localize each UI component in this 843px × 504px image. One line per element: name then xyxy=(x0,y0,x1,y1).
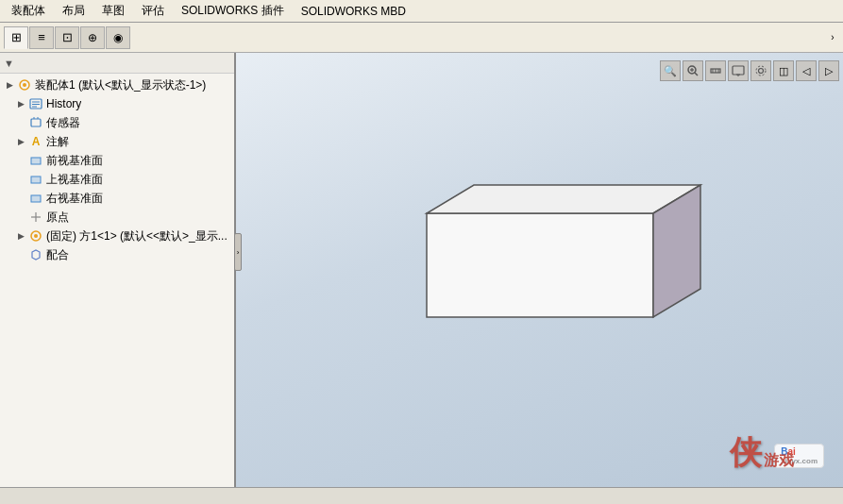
toolbar-tab-evaluate[interactable]: ⊕ xyxy=(80,26,105,49)
root-label: 装配体1 (默认<默认_显示状态-1>) xyxy=(35,77,206,93)
viewport-btn-search[interactable]: 🔍 xyxy=(660,60,681,81)
menu-bar: 装配体 布局 草图 评估 SOLIDWORKS 插件 SOLIDWORKS MB… xyxy=(0,0,843,23)
front-plane-icon xyxy=(28,153,43,168)
top-plane-label: 上视基准面 xyxy=(46,172,103,188)
viewport-btn-display[interactable] xyxy=(728,60,749,81)
left-panel: ▼ ▶ 装配体1 (默认<默认_显示状态-1>) ▶ xyxy=(0,53,236,487)
panel-collapse-handle[interactable]: › xyxy=(234,233,242,271)
watermark-sub-char: 游戏 xyxy=(764,453,794,468)
viewport-btn-back[interactable]: ◁ xyxy=(796,60,817,81)
feature-tree: ▶ 装配体1 (默认<默认_显示状态-1>) ▶ xyxy=(0,74,234,487)
3d-box xyxy=(351,166,748,355)
assembly-icon xyxy=(17,77,32,92)
3d-viewport[interactable]: 🔍 xyxy=(236,53,843,487)
svg-rect-11 xyxy=(31,195,41,202)
svg-marker-29 xyxy=(427,213,653,317)
menu-item-layout[interactable]: 布局 xyxy=(55,1,93,21)
part1-label: (固定) 方1<1> (默认<<默认>_显示... xyxy=(46,228,228,244)
svg-point-1 xyxy=(23,83,26,87)
expand-notes[interactable]: ▶ xyxy=(15,136,26,147)
origin-icon xyxy=(28,210,43,225)
toolbar-row: ⊞ ≡ ⊡ ⊕ ◉ › xyxy=(0,23,843,53)
viewport-btn-zoom[interactable] xyxy=(683,60,703,81)
menu-item-assembly[interactable]: 装配体 xyxy=(4,1,53,21)
toolbar-tab-sketch[interactable]: ⊡ xyxy=(55,26,79,49)
tree-item-origin[interactable]: ▶ 原点 xyxy=(0,208,234,227)
svg-line-17 xyxy=(695,73,698,76)
viewport-btn-view[interactable]: ◫ xyxy=(773,60,794,81)
tree-item-history[interactable]: ▶ History xyxy=(0,94,234,113)
expand-history[interactable]: ▶ xyxy=(15,98,26,109)
history-icon xyxy=(28,96,43,111)
menu-item-sketch[interactable]: 草图 xyxy=(94,1,132,21)
tree-item-notes[interactable]: ▶ A 注解 xyxy=(0,132,234,151)
svg-rect-9 xyxy=(31,158,41,164)
notes-label: 注解 xyxy=(46,134,69,150)
menu-item-plugin[interactable]: SOLIDWORKS 插件 xyxy=(174,1,292,21)
filter-icon[interactable]: ▼ xyxy=(4,58,14,69)
part1-icon xyxy=(28,228,43,244)
right-plane-icon xyxy=(28,191,43,206)
tree-item-part1[interactable]: ▶ (固定) 方1<1> (默认<<默认>_显示... xyxy=(0,227,234,245)
menu-item-evaluate[interactable]: 评估 xyxy=(134,1,172,21)
svg-rect-6 xyxy=(31,119,41,126)
svg-point-27 xyxy=(759,69,764,74)
tree-item-right-plane[interactable]: ▶ 右视基准面 xyxy=(0,189,234,208)
svg-point-28 xyxy=(756,66,766,76)
viewport-right-toolbar: 🔍 xyxy=(660,60,839,81)
watermark: Bai xiayx.com 侠 游戏 xyxy=(730,416,824,468)
status-bar xyxy=(0,487,843,504)
origin-label: 原点 xyxy=(46,210,69,226)
tree-item-top-plane[interactable]: ▶ 上视基准面 xyxy=(0,170,234,189)
expand-part1[interactable]: ▶ xyxy=(15,230,26,242)
menu-item-mbd[interactable]: SOLIDWORKS MBD xyxy=(294,3,413,20)
toolbar-tab-assembly[interactable]: ⊞ xyxy=(4,26,28,49)
toolbar-more-arrow[interactable]: › xyxy=(826,26,839,49)
tree-item-root[interactable]: ▶ 装配体1 (默认<默认_显示状态-1>) xyxy=(0,76,234,94)
mates-icon xyxy=(28,247,43,262)
front-plane-label: 前视基准面 xyxy=(46,153,103,169)
history-label: History xyxy=(46,97,81,110)
toolbar-tab-plugin[interactable]: ◉ xyxy=(106,26,130,49)
expand-root[interactable]: ▶ xyxy=(4,79,15,91)
top-plane-icon xyxy=(28,172,43,187)
mates-label: 配合 xyxy=(46,247,69,263)
main-area: ▼ ▶ 装配体1 (默认<默认_显示状态-1>) ▶ xyxy=(0,53,843,487)
svg-point-15 xyxy=(34,234,38,238)
svg-rect-10 xyxy=(31,176,41,183)
sensors-icon xyxy=(28,115,43,130)
notes-icon: A xyxy=(28,134,43,149)
filter-row: ▼ xyxy=(0,53,234,74)
right-plane-label: 右视基准面 xyxy=(46,191,103,207)
tree-item-front-plane[interactable]: ▶ 前视基准面 xyxy=(0,151,234,170)
viewport-btn-measure[interactable] xyxy=(705,60,726,81)
sensors-label: 传感器 xyxy=(46,115,80,131)
tree-item-sensors[interactable]: ▶ 传感器 xyxy=(0,113,234,132)
toolbar-tab-layout[interactable]: ≡ xyxy=(29,26,54,49)
watermark-logo-char: 侠 xyxy=(730,436,762,468)
viewport-btn-forward[interactable]: ▷ xyxy=(818,60,839,81)
viewport-btn-settings[interactable] xyxy=(750,60,771,81)
svg-rect-24 xyxy=(733,66,744,75)
tree-item-mates[interactable]: ▶ 配合 xyxy=(0,245,234,264)
